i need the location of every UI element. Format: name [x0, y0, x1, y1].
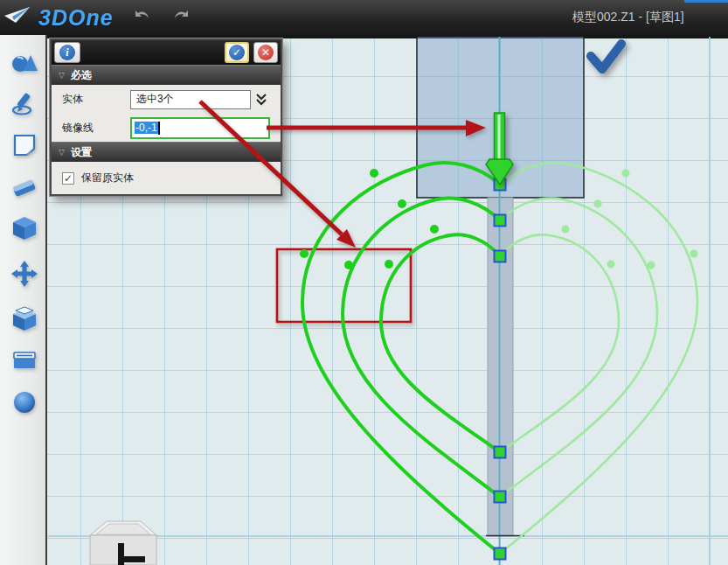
toolbar-sidebar	[0, 35, 47, 565]
mirror-line-value: -0,-1	[135, 122, 158, 134]
keep-original-row: ✓ 保留原实体	[52, 162, 281, 194]
basic-solids-icon[interactable]	[10, 47, 38, 75]
mirror-line-row: 镜像线 -0,-1	[52, 114, 281, 142]
special-feature-icon[interactable]	[10, 304, 38, 332]
info-icon: i	[59, 45, 75, 60]
info-button[interactable]: i	[54, 42, 80, 63]
sketch-region-icon[interactable]	[10, 131, 38, 159]
expand-list-button[interactable]	[251, 90, 272, 109]
logo-text: 3DOne	[37, 5, 114, 31]
dialog-titlebar: i ✓ ✕	[52, 40, 281, 65]
solid-feature-icon[interactable]	[10, 214, 38, 242]
mirror-dialog: i ✓ ✕ ▽ 必选 实体 选中3个	[50, 38, 282, 196]
titlebar: 3DOne 模型002.Z1 - [草图1]	[0, 0, 728, 35]
app-logo: 3DOne	[0, 5, 114, 31]
app-window: 3DOne 模型002.Z1 - [草图1]	[0, 0, 728, 565]
move-transform-icon[interactable]	[10, 260, 38, 288]
close-icon: ✕	[258, 45, 274, 60]
confirm-button[interactable]: ✓	[225, 42, 249, 63]
entity-label: 实体	[62, 92, 130, 107]
section-required-label: 必选	[71, 68, 92, 83]
container-icon[interactable]	[10, 346, 38, 374]
undo-icon	[129, 7, 152, 28]
checkbox-check-icon: ✓	[64, 172, 73, 185]
entity-value: 选中3个	[136, 92, 174, 107]
collapse-icon: ▽	[59, 71, 65, 80]
mirror-line-input[interactable]: -0,-1	[130, 117, 270, 139]
text-caret	[158, 122, 160, 135]
entity-row: 实体 选中3个	[52, 85, 281, 114]
keep-original-checkbox[interactable]: ✓	[62, 172, 74, 185]
redo-button[interactable]	[168, 4, 198, 31]
sketch-draw-icon[interactable]	[10, 89, 38, 117]
material-sphere-icon[interactable]	[10, 388, 38, 416]
keep-original-label: 保留原实体	[81, 171, 134, 185]
entity-input[interactable]: 选中3个	[130, 90, 251, 109]
undo-button[interactable]	[126, 4, 156, 31]
redo-icon	[171, 7, 194, 28]
document-title: 模型002.Z1 - [草图1]	[572, 0, 684, 35]
confirm-check-icon: ✓	[229, 45, 245, 60]
eraser-icon[interactable]	[10, 173, 38, 201]
close-button[interactable]: ✕	[253, 42, 278, 63]
mirror-line-label: 镜像线	[62, 121, 130, 136]
section-settings-label: 设置	[71, 145, 92, 160]
paper-plane-icon	[3, 5, 33, 30]
collapse-icon: ▽	[59, 148, 65, 157]
double-chevron-down-icon	[255, 93, 267, 107]
section-settings[interactable]: ▽ 设置	[52, 142, 281, 162]
section-required[interactable]: ▽ 必选	[52, 65, 281, 85]
window-accent-strip	[684, 0, 728, 3]
